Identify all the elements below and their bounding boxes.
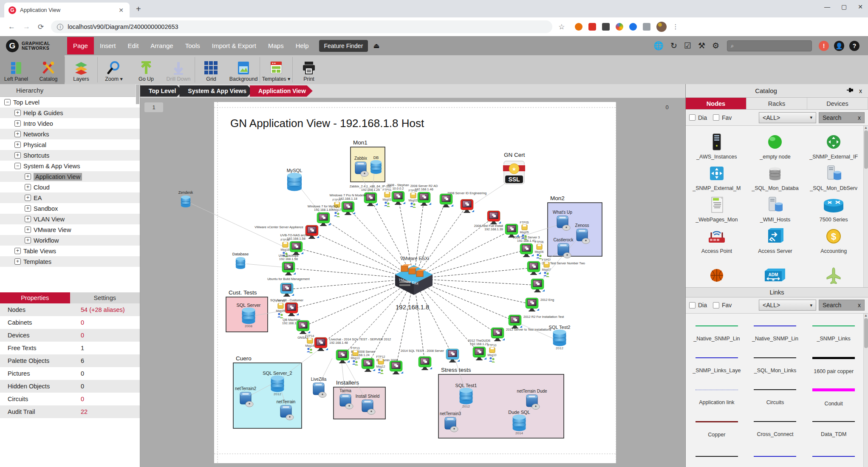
toolbar-left-panel-button[interactable]: Left Panel [0,55,32,84]
globe-icon[interactable]: 🌐 [653,41,664,51]
network-diagram[interactable]: GN Application View - 192.168.1.8 Host M… [140,98,685,467]
breadcrumb-application-view[interactable]: Application View [250,85,313,97]
catalog-link-item[interactable] [687,445,746,467]
catalog-node--snmp-external-m[interactable]: _SNMP_External_M [687,160,746,191]
toolbar-grid-button[interactable]: Grid [195,55,227,84]
catalog-link--native-snmp-lin[interactable]: _Native_SNMP_Lin [687,318,746,350]
toolbar-background-button[interactable]: Background [227,55,260,84]
bookmark-star-icon[interactable]: ☆ [558,23,565,31]
catalog-link--snmp-links-laye[interactable]: _SNMP_Links_Laye [687,350,746,382]
feature-finder-button[interactable]: Feature Finder [319,40,368,52]
node-app-zenoss[interactable]: Zenoss [575,223,590,244]
alert-badge[interactable]: ! [819,41,829,51]
sidebar-item-table-views[interactable]: +Table Views [0,246,140,256]
tree-expander-icon[interactable]: + [25,184,31,190]
fav-checkbox[interactable] [713,114,719,121]
node-app-zabbix[interactable]: Zabbix [354,156,368,177]
tree-expander-icon[interactable]: + [25,226,31,233]
catalog-link--snmp-links[interactable]: _SNMP_Links [804,318,863,350]
catalog-close-icon[interactable]: x [859,88,862,94]
help-badge[interactable]: ? [849,41,860,51]
menu-item-edit[interactable]: Edit [122,37,144,54]
tree-expander-icon[interactable]: + [14,248,21,254]
catalog-link-item[interactable] [746,445,805,467]
sidebar-item-templates[interactable]: +Templates [0,256,140,267]
menu-item-tools[interactable]: Tools [179,37,206,54]
tab-close-icon[interactable]: ✕ [117,7,125,14]
browser-tab[interactable]: G Application View ✕ [4,3,130,17]
catalog-node--wmi-hosts[interactable]: _WMI_Hosts [746,191,805,223]
tree-expander-icon[interactable]: − [14,163,21,169]
catalog-node-item[interactable] [804,254,863,286]
tree-expander-icon[interactable]: + [14,131,21,137]
sidebar-item-physical[interactable]: +Physical [0,139,140,150]
new-tab-button[interactable]: + [136,4,141,14]
catalog-tab-devices[interactable]: Devices [807,98,868,109]
nodes-scrollbar[interactable]: ▲ [863,126,868,287]
window-close-button[interactable]: ✕ [858,3,863,10]
catalog-node--sql-mon-dbserv[interactable]: _SQL_Mon_DbServ [804,160,863,191]
back-icon[interactable]: ← [8,23,15,31]
sidebar-item-application-view[interactable]: +Application View [0,171,140,182]
search-clear-icon[interactable]: x [858,114,861,121]
address-bar[interactable]: i localhost/v90/Diagram/24000000002653 [51,20,552,33]
window-maximize-button[interactable]: ▢ [841,3,847,10]
menu-item-insert[interactable]: Insert [94,37,122,54]
sidebar-item-top-level[interactable]: −Top Level [0,97,140,108]
extension-icon[interactable] [602,23,610,31]
catalog-link-application-link[interactable]: Application link [687,382,746,413]
eject-icon[interactable]: ⏏ [373,42,379,50]
extension-icon[interactable] [575,23,582,31]
toolbar-layers-button[interactable]: Layers [65,55,97,84]
breadcrumb-top-level[interactable]: Top Level [140,85,183,97]
tree-expander-icon[interactable]: + [25,237,31,243]
sidebar-item-sandbox[interactable]: +Sandbox [0,203,140,214]
links-scrollbar[interactable]: ▲ [863,314,868,467]
catalog-link-cross-connect[interactable]: Cross_Connect [746,413,805,445]
catalog-node-item[interactable] [687,254,746,286]
dia-checkbox[interactable] [689,302,696,309]
breadcrumb-system-app-views[interactable]: System & App Views [179,85,253,97]
tasks-icon[interactable]: ☑ [684,41,691,51]
toolbar-go-up-button[interactable]: Go Up [130,55,162,84]
sidebar-item-intro-video[interactable]: +Intro Video [0,118,140,129]
refresh-icon[interactable]: ⟳ [38,23,44,31]
tab-settings[interactable]: Settings [70,292,140,303]
tree-expander-icon[interactable]: + [25,173,31,180]
diagram-canvas[interactable]: 1 0 GN Application View - 192.168.1.8 Ho… [140,98,685,467]
menu-item-import-export[interactable]: Import & Export [206,37,262,54]
tree-expander-icon[interactable]: − [4,99,11,105]
tree-expander-icon[interactable]: + [14,152,21,158]
catalog-node--aws-instances[interactable]: _AWS_Instances [687,128,746,160]
window-minimize-button[interactable]: — [824,3,830,10]
forward-icon[interactable]: → [23,23,30,31]
catalog-link-copper[interactable]: Copper [687,413,746,445]
nodes-search-input[interactable]: Searchx [819,112,865,123]
tools-icon[interactable]: ⚒ [698,41,705,51]
extension-icon[interactable] [616,23,623,31]
profile-avatar[interactable] [656,22,667,32]
sidebar-item-ea[interactable]: +EA [0,192,140,203]
catalog-link-circuits[interactable]: Circuits [746,382,805,413]
links-search-input[interactable]: Searchx [819,300,865,311]
fav-checkbox[interactable] [713,302,719,309]
browser-menu-icon[interactable]: ⋮ [673,23,679,31]
catalog-tab-nodes[interactable]: Nodes [686,98,746,109]
node-app-tarma[interactable]: Tarma [339,388,353,409]
node-gn-cert[interactable]: GN Cert ★ SSL [503,152,525,184]
menu-item-help[interactable]: Help [290,37,315,54]
catalog-node--empty-node[interactable]: _empty node [746,128,805,160]
catalog-link-conduit[interactable]: Conduit [804,382,863,413]
toolbar-templates--button[interactable]: Templates ▾ [260,55,292,84]
catalog-node-7500-series[interactable]: 7500 Series [804,191,863,223]
node-db-zendesk[interactable]: Zendesk [178,190,193,207]
catalog-node--snmp-external-if[interactable]: _SNMP_External_IF [804,128,863,160]
catalog-node-access-server[interactable]: Access Server [746,223,805,254]
sidebar-item-cloud[interactable]: +Cloud [0,182,140,192]
toolbar-catalog-button[interactable]: Catalog [32,55,65,84]
extension-icon[interactable] [629,23,637,31]
catalog-node-item[interactable]: ADM [746,254,805,286]
catalog-node--sql-mon-databa[interactable]: _SQL_Mon_Databa [746,160,805,191]
extension-icon[interactable] [588,23,596,31]
catalog-link-data-tdm[interactable]: Data_TDM [804,413,863,445]
